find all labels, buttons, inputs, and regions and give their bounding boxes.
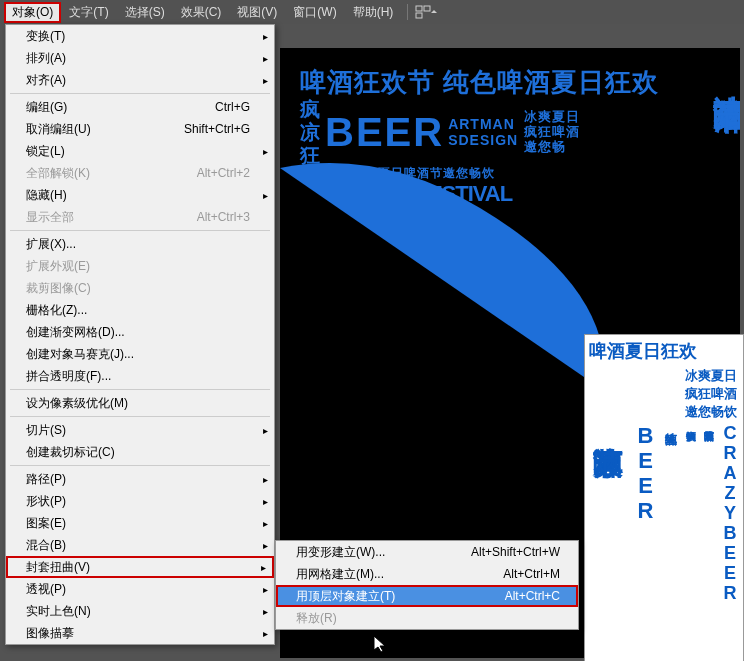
menu-item[interactable]: 实时上色(N)▸ (6, 600, 274, 622)
menu-item[interactable]: 形状(P)▸ (6, 490, 274, 512)
menu-item-shortcut: Alt+Ctrl+3 (197, 210, 250, 224)
panel-r2a: 冰爽夏日 (685, 367, 737, 385)
menu-item[interactable]: 设为像素级优化(M) (6, 392, 274, 414)
menu-item: 全部解锁(K)Alt+Ctrl+2 (6, 162, 274, 184)
menu-item: 显示全部Alt+Ctrl+3 (6, 206, 274, 228)
submenu-arrow-icon: ▸ (261, 562, 266, 573)
panel-r2b: 疯狂啤酒 (685, 385, 737, 403)
submenu-item-label: 释放(R) (296, 610, 337, 627)
submenu-item-shortcut: Alt+Shift+Ctrl+W (471, 545, 560, 559)
menu-item-shortcut: Alt+Ctrl+2 (197, 166, 250, 180)
menu-item-label: 设为像素级优化(M) (26, 395, 128, 412)
menu-item-label: 扩展外观(E) (26, 258, 90, 275)
menu-divider (10, 230, 270, 231)
menu-item-label: 透视(P) (26, 581, 66, 598)
submenu-arrow-icon: ▸ (263, 606, 268, 617)
menu-item[interactable]: 创建渐变网格(D)... (6, 321, 274, 343)
menu-item-label: 隐藏(H) (26, 187, 67, 204)
menu-item-label: 形状(P) (26, 493, 66, 510)
menu-item[interactable]: 编组(G)Ctrl+G (6, 96, 274, 118)
submenu-arrow-icon: ▸ (263, 584, 268, 595)
menu-item-label: 创建对象马赛克(J)... (26, 346, 134, 363)
menu-item-shortcut: Ctrl+G (215, 100, 250, 114)
menu-item-shortcut: Shift+Ctrl+G (184, 122, 250, 136)
cursor-icon (374, 636, 390, 652)
menu-item-label: 扩展(X)... (26, 236, 76, 253)
menu-divider (10, 93, 270, 94)
menu-object[interactable]: 对象(O) (4, 2, 61, 23)
menu-item[interactable]: 对齐(A)▸ (6, 69, 274, 91)
menu-item[interactable]: 取消编组(U)Shift+Ctrl+G (6, 118, 274, 140)
panel-v2: BEER (630, 421, 660, 605)
menu-item: 扩展外观(E) (6, 255, 274, 277)
envelope-distort-submenu: 用变形建立(W)...Alt+Shift+Ctrl+W用网格建立(M)...Al… (275, 540, 579, 630)
submenu-arrow-icon: ▸ (263, 146, 268, 157)
submenu-arrow-icon: ▸ (263, 540, 268, 551)
menu-item[interactable]: 创建对象马赛克(J)... (6, 343, 274, 365)
menu-item-label: 混合(B) (26, 537, 66, 554)
panel-v5: 啤酒节夏日啤酒 (699, 421, 717, 605)
menubar: 对象(O) 文字(T) 选择(S) 效果(C) 视图(V) 窗口(W) 帮助(H… (0, 0, 744, 24)
menu-item[interactable]: 切片(S)▸ (6, 419, 274, 441)
menu-item[interactable]: 变换(T)▸ (6, 25, 274, 47)
menubar-separator (407, 4, 408, 20)
submenu-item-label: 用顶层对象建立(T) (296, 588, 395, 605)
arrange-documents-icon[interactable] (414, 3, 438, 21)
menu-item[interactable]: 封套扭曲(V)▸ (6, 556, 274, 578)
menu-item-label: 创建渐变网格(D)... (26, 324, 125, 341)
menu-item-label: 实时上色(N) (26, 603, 91, 620)
menu-item[interactable]: 栅格化(Z)... (6, 299, 274, 321)
menu-item-label: 锁定(L) (26, 143, 65, 160)
menu-item-label: 封套扭曲(V) (26, 559, 90, 576)
menu-help[interactable]: 帮助(H) (345, 2, 402, 23)
menu-item[interactable]: 混合(B)▸ (6, 534, 274, 556)
menu-item-label: 栅格化(Z)... (26, 302, 87, 319)
submenu-arrow-icon: ▸ (263, 496, 268, 507)
menu-item-label: 变换(T) (26, 28, 65, 45)
floating-text-panel[interactable]: 啤酒夏日狂欢 冰爽夏日 疯狂啤酒 邀您畅饮 冰爽啤酒节 BEER 纯生啤酒 酒爽… (584, 334, 744, 661)
menu-item[interactable]: 排列(A)▸ (6, 47, 274, 69)
submenu-arrow-icon: ▸ (263, 190, 268, 201)
menu-window[interactable]: 窗口(W) (285, 2, 344, 23)
menu-item-label: 切片(S) (26, 422, 66, 439)
menu-view[interactable]: 视图(V) (229, 2, 285, 23)
menu-item[interactable]: 拼合透明度(F)... (6, 365, 274, 387)
submenu-item[interactable]: 用变形建立(W)...Alt+Shift+Ctrl+W (276, 541, 578, 563)
submenu-item[interactable]: 用网格建立(M)...Alt+Ctrl+M (276, 563, 578, 585)
panel-row1: 啤酒夏日狂欢 (585, 335, 743, 367)
menu-item: 裁剪图像(C) (6, 277, 274, 299)
svg-rect-1 (424, 6, 430, 11)
submenu-item-shortcut: Alt+Ctrl+C (505, 589, 560, 603)
panel-v6: 酒爽畅饮 (681, 421, 699, 605)
menu-item[interactable]: 锁定(L)▸ (6, 140, 274, 162)
menu-item[interactable]: 路径(P)▸ (6, 468, 274, 490)
menu-text[interactable]: 文字(T) (61, 2, 116, 23)
submenu-item[interactable]: 用顶层对象建立(T)Alt+Ctrl+C (276, 585, 578, 607)
panel-v3: 纯生啤酒 (660, 421, 681, 605)
menu-divider (10, 465, 270, 466)
submenu-arrow-icon: ▸ (263, 474, 268, 485)
menu-item[interactable]: 图案(E)▸ (6, 512, 274, 534)
submenu-arrow-icon: ▸ (263, 518, 268, 529)
menu-item-label: 对齐(A) (26, 72, 66, 89)
panel-v4: CRAZYBEER (717, 421, 742, 605)
submenu-arrow-icon: ▸ (263, 628, 268, 639)
menu-item-label: 图案(E) (26, 515, 66, 532)
submenu-arrow-icon: ▸ (263, 53, 268, 64)
svg-rect-0 (416, 6, 422, 11)
menu-item-label: 全部解锁(K) (26, 165, 90, 182)
menu-item[interactable]: 图像描摹▸ (6, 622, 274, 644)
menu-item[interactable]: 扩展(X)... (6, 233, 274, 255)
menu-item-label: 创建裁切标记(C) (26, 444, 115, 461)
submenu-item-label: 用网格建立(M)... (296, 566, 384, 583)
menu-effect[interactable]: 效果(C) (173, 2, 230, 23)
menu-item[interactable]: 透视(P)▸ (6, 578, 274, 600)
menu-item[interactable]: 创建裁切标记(C) (6, 441, 274, 463)
svg-rect-2 (416, 13, 422, 18)
menu-item-label: 显示全部 (26, 209, 74, 226)
submenu-arrow-icon: ▸ (263, 425, 268, 436)
svg-marker-3 (431, 10, 437, 13)
menu-select[interactable]: 选择(S) (117, 2, 173, 23)
menu-item[interactable]: 隐藏(H)▸ (6, 184, 274, 206)
menu-item-label: 拼合透明度(F)... (26, 368, 111, 385)
